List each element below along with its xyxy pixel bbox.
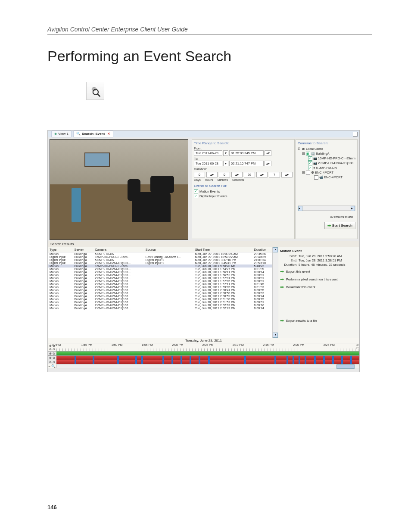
screenshot-figure: ◆View 1 🔍Search: Event✕ Time Range to Se… [47,130,360,372]
track-ctrl-1[interactable]: ⊕ ⊙ [48,352,56,355]
table-row[interactable]: MotionBuildingA2.0MP-HD-H264-D1(100…Tue,… [48,271,272,274]
col-server[interactable]: Server [72,247,93,252]
table-row[interactable]: MotionBuildingA2.0MP-HD-H264-D1(100…Tue,… [48,307,272,310]
table-row[interactable]: MotionBuildingA2.0MP-HD-H264-D1(100…Tue,… [48,274,272,277]
close-icon[interactable]: ✕ [107,131,110,137]
table-row[interactable]: MotionBuildingA2.0MP-HD-H264-D1(100…Tue,… [48,289,272,292]
table-row[interactable]: MotionBuildingA2.0MP-HD-H264-D1(100…Tue,… [48,277,272,280]
table-row[interactable]: MotionBuildingA2.0MP-HD-H264-D1(100…Tue,… [48,298,272,301]
tab-bar: ◆View 1 🔍Search: Event✕ [48,131,359,137]
table-row[interactable]: Digital InputBuildingA16MP-HD-PRO-C - 85… [48,255,272,258]
detail-title: Motion Event [280,249,358,253]
timeline-tick: 2:10 PM [233,343,244,346]
video-preview[interactable] [50,139,188,240]
tab-search-event[interactable]: 🔍Search: Event✕ [73,131,113,137]
from-label: From: [194,146,293,150]
from-time-input[interactable]: 01:55:03:345 PM [229,150,264,156]
table-row[interactable]: MotionBuildingA2.0MP-HD-H264-D1(100…Tue,… [48,295,272,298]
from-date-dropdown[interactable]: ▾ [223,150,228,156]
col-type[interactable]: Type [48,247,72,252]
event-detail-panel: Motion Event Start:Tue, Jun 28, 2011 9:5… [278,247,359,338]
table-row[interactable]: MotionBuildingA2.0MP-HD-H264-D1(100…Tue,… [48,283,272,286]
timeline-tick: 40 PM [52,343,61,346]
results-vscroll[interactable]: ▴▾ [272,247,278,338]
motion-events-checkbox[interactable]: ✓Motion Events [194,189,293,193]
track-ctrl-2[interactable]: ⊕ ⊙ [48,356,56,360]
svg-line-2 [97,94,100,96]
timeline[interactable]: Tuesday, June 28, 2011 ⊕ ⊙⊕ ⊙ 40 PM1:45 … [48,338,359,368]
table-row[interactable]: MotionBuildingA2.0MP-HD-H264-D1(100…Tue,… [48,268,272,271]
export-event-link[interactable]: ➡Export this event [280,269,358,274]
col-camera[interactable]: Camera [93,247,143,252]
search-icon [86,82,104,100]
minutes-input[interactable]: 26 [244,172,255,177]
page-number: 146 [47,502,372,510]
from-time-spinner[interactable]: ▴▾ [265,150,271,156]
duration-label: Duration: [194,167,293,171]
timeline-tick: 2:20 PM [293,343,304,346]
results-table[interactable]: Type Server Camera Source Start Time Dur… [48,247,272,338]
search-results-title: Search Results [48,241,359,247]
cameras-panel: Cameras to Search: ⊟🖥Local Client ⊟▣🏢Bui… [296,139,358,239]
table-row[interactable]: Digital InputBuildingA5.0MP-HD-DNDigital… [48,258,272,261]
timeline-tick: 2:15 PM [263,343,274,346]
time-range-title: Time Range to Search: [194,141,293,145]
export-results-link[interactable]: ➡Export results to a file [280,318,358,324]
to-date-input[interactable]: Tue 2011-06-28 [194,161,222,166]
from-date-input[interactable]: Tue 2011-06-28 [194,150,222,156]
tab-view1[interactable]: ◆View 1 [51,131,72,137]
table-row[interactable]: Digital InputBuildingA2.0MP-HD-H264-D1(1… [48,261,272,264]
events-for-title: Events to Search For: [194,184,293,188]
timeline-hscroll[interactable] [56,364,359,368]
table-row[interactable]: MotionBuildingA2.0MP-HD-H264-D1(100…Tue,… [48,301,272,304]
hours-input[interactable]: 0 [219,172,230,177]
timeline-tick: 2:00 PM [172,343,183,346]
bookmark-event-link[interactable]: ➡Bookmark this event [280,284,358,290]
cameras-title: Cameras to Search: [298,141,355,145]
table-row[interactable]: MotionBuildingA2.0MP-HD-H264-D1(100…Tue,… [48,280,272,283]
results-count: 82 results found [330,213,353,221]
col-start[interactable]: Start Time [193,247,252,252]
page-title: Performing an Event Search [47,48,372,65]
table-row[interactable]: MotionBuildingA2.0MP-HD-H264-D1(100…Tue,… [48,304,272,307]
digital-input-checkbox[interactable]: ✓Digital Input Events [194,194,293,198]
table-row[interactable]: MotionBuildingA5.0MP-HD-DNMon, Jun 27, 2… [48,252,272,256]
maximize-icon[interactable] [353,132,358,137]
to-time-input[interactable]: 02:21:10:747 PM [229,161,264,166]
timeline-tick: 2:05 PM [202,343,213,346]
tree-hscroll[interactable]: ◂▸ [298,205,355,211]
start-search-button[interactable]: ➡Start Search [324,222,355,229]
timeline-date: Tuesday, June 28, 2011 [48,338,359,343]
timeline-tick: 2:30 P [356,343,360,349]
col-duration[interactable]: Duration [252,247,272,252]
track-ctrl-3[interactable]: ⊕ ⊙ [48,360,56,364]
to-time-spinner[interactable]: ▴▾ [265,161,271,166]
table-row[interactable]: MotionBuildingA2.0MP-HD-H264-D1(100…Tue,… [48,292,272,295]
to-date-dropdown[interactable]: ▾ [223,161,228,166]
timeline-tick: 1:45 PM [81,343,92,346]
timeline-tick: 2:25 PM [324,343,335,346]
timeline-tick: 1:50 PM [112,343,123,346]
timeline-tick: 1:55 PM [142,343,153,346]
camera-tree[interactable]: ⊟🖥Local Client ⊟▣🏢BuildingA ✓📷16MP-HD-PR… [298,146,355,180]
time-range-panel: Time Range to Search: From: Tue 2011-06-… [192,139,295,239]
table-row[interactable]: MotionBuildingA2.0MP-HD-H264-D1(100…Tue,… [48,286,272,289]
days-input[interactable]: 0 [194,172,205,177]
table-row[interactable]: MotionBuildingA16MP-HD-PRO-C - 85m…Tue, … [48,264,272,268]
doc-header: Avigilon Control Center Enterprise Clien… [47,26,372,35]
col-source[interactable]: Source [144,247,193,252]
pixel-search-link[interactable]: ➡Perform a pixel search on this event [280,277,358,282]
timeline-zoom-out[interactable]: − 🔍 [48,364,56,368]
to-label: To: [194,157,293,161]
seconds-input[interactable]: 7 [269,172,280,177]
